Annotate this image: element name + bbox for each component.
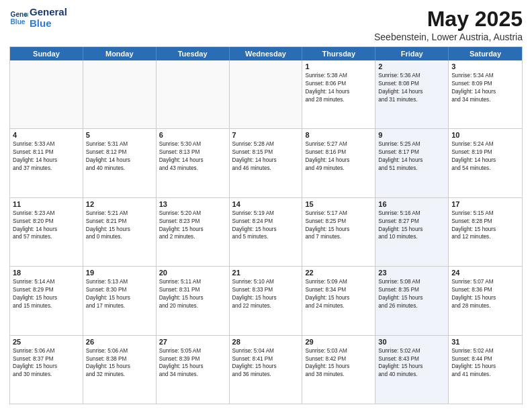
calendar-cell: 31Sunrise: 5:02 AM Sunset: 8:44 PM Dayli… bbox=[449, 336, 522, 404]
cell-info: Sunrise: 5:04 AM Sunset: 8:41 PM Dayligh… bbox=[232, 347, 300, 379]
day-number: 7 bbox=[232, 131, 300, 139]
calendar-cell: 27Sunrise: 5:05 AM Sunset: 8:39 PM Dayli… bbox=[157, 336, 230, 404]
cell-info: Sunrise: 5:10 AM Sunset: 8:33 PM Dayligh… bbox=[232, 278, 300, 310]
day-number: 2 bbox=[378, 62, 445, 71]
day-number: 27 bbox=[159, 338, 226, 346]
calendar-cell bbox=[157, 60, 230, 128]
calendar-cell: 17Sunrise: 5:15 AM Sunset: 8:28 PM Dayli… bbox=[449, 198, 522, 266]
logo-line1: General bbox=[30, 7, 67, 18]
calendar-cell: 6Sunrise: 5:30 AM Sunset: 8:13 PM Daylig… bbox=[157, 129, 230, 197]
cell-info: Sunrise: 5:19 AM Sunset: 8:24 PM Dayligh… bbox=[232, 210, 300, 242]
cell-info: Sunrise: 5:28 AM Sunset: 8:15 PM Dayligh… bbox=[232, 140, 300, 173]
calendar-cell: 19Sunrise: 5:13 AM Sunset: 8:30 PM Dayli… bbox=[83, 267, 157, 334]
calendar-cell: 16Sunrise: 5:16 AM Sunset: 8:27 PM Dayli… bbox=[375, 198, 449, 266]
calendar-row: 11Sunrise: 5:23 AM Sunset: 8:20 PM Dayli… bbox=[10, 198, 522, 267]
page-title: May 2025 bbox=[374, 7, 523, 32]
day-number: 12 bbox=[86, 200, 153, 208]
cal-header-day: Saturday bbox=[449, 47, 522, 60]
calendar-cell bbox=[83, 60, 157, 128]
cell-info: Sunrise: 5:16 AM Sunset: 8:27 PM Dayligh… bbox=[378, 210, 445, 242]
title-block: May 2025 Seebenstein, Lower Austria, Aus… bbox=[374, 7, 523, 42]
day-number: 4 bbox=[13, 131, 80, 139]
calendar-cell: 29Sunrise: 5:03 AM Sunset: 8:42 PM Dayli… bbox=[302, 336, 375, 404]
cal-header-day: Thursday bbox=[302, 47, 375, 60]
calendar-cell: 3Sunrise: 5:34 AM Sunset: 8:09 PM Daylig… bbox=[449, 60, 522, 128]
calendar-cell: 4Sunrise: 5:33 AM Sunset: 8:11 PM Daylig… bbox=[10, 129, 83, 197]
day-number: 31 bbox=[451, 338, 519, 346]
calendar-cell: 5Sunrise: 5:31 AM Sunset: 8:12 PM Daylig… bbox=[83, 129, 157, 197]
calendar-cell: 22Sunrise: 5:09 AM Sunset: 8:34 PM Dayli… bbox=[302, 267, 375, 334]
cell-info: Sunrise: 5:02 AM Sunset: 8:43 PM Dayligh… bbox=[378, 347, 445, 379]
day-number: 5 bbox=[86, 131, 153, 139]
calendar-cell: 28Sunrise: 5:04 AM Sunset: 8:41 PM Dayli… bbox=[230, 336, 303, 404]
cell-info: Sunrise: 5:11 AM Sunset: 8:31 PM Dayligh… bbox=[159, 278, 226, 310]
calendar-cell: 18Sunrise: 5:14 AM Sunset: 8:29 PM Dayli… bbox=[10, 267, 83, 334]
logo-icon: General Blue bbox=[9, 9, 28, 28]
day-number: 20 bbox=[159, 269, 226, 277]
day-number: 6 bbox=[159, 131, 226, 139]
day-number: 16 bbox=[378, 200, 445, 208]
cell-info: Sunrise: 5:25 AM Sunset: 8:17 PM Dayligh… bbox=[378, 140, 445, 173]
day-number: 1 bbox=[305, 62, 372, 71]
cell-info: Sunrise: 5:31 AM Sunset: 8:12 PM Dayligh… bbox=[86, 140, 153, 173]
cell-info: Sunrise: 5:06 AM Sunset: 8:37 PM Dayligh… bbox=[13, 347, 80, 379]
day-number: 26 bbox=[86, 338, 153, 346]
cell-info: Sunrise: 5:36 AM Sunset: 8:08 PM Dayligh… bbox=[378, 72, 445, 104]
cell-info: Sunrise: 5:06 AM Sunset: 8:38 PM Dayligh… bbox=[86, 347, 153, 379]
calendar-cell: 13Sunrise: 5:20 AM Sunset: 8:23 PM Dayli… bbox=[157, 198, 230, 266]
cal-header-day: Wednesday bbox=[230, 47, 303, 60]
day-number: 17 bbox=[451, 200, 519, 208]
cell-info: Sunrise: 5:33 AM Sunset: 8:11 PM Dayligh… bbox=[13, 140, 80, 173]
cell-info: Sunrise: 5:15 AM Sunset: 8:28 PM Dayligh… bbox=[451, 210, 519, 242]
cell-info: Sunrise: 5:05 AM Sunset: 8:39 PM Dayligh… bbox=[159, 347, 226, 379]
calendar-cell: 10Sunrise: 5:24 AM Sunset: 8:19 PM Dayli… bbox=[449, 129, 522, 197]
cell-info: Sunrise: 5:21 AM Sunset: 8:21 PM Dayligh… bbox=[86, 210, 153, 242]
logo: General Blue General Blue bbox=[9, 7, 67, 29]
cell-info: Sunrise: 5:27 AM Sunset: 8:16 PM Dayligh… bbox=[305, 140, 372, 173]
page-subtitle: Seebenstein, Lower Austria, Austria bbox=[374, 32, 523, 42]
day-number: 23 bbox=[378, 269, 445, 277]
cell-info: Sunrise: 5:23 AM Sunset: 8:20 PM Dayligh… bbox=[13, 210, 80, 242]
day-number: 13 bbox=[159, 200, 226, 208]
cell-info: Sunrise: 5:30 AM Sunset: 8:13 PM Dayligh… bbox=[159, 140, 226, 173]
calendar-cell: 7Sunrise: 5:28 AM Sunset: 8:15 PM Daylig… bbox=[230, 129, 303, 197]
day-number: 19 bbox=[86, 269, 153, 277]
cell-info: Sunrise: 5:34 AM Sunset: 8:09 PM Dayligh… bbox=[451, 72, 519, 104]
day-number: 14 bbox=[232, 200, 300, 208]
cell-info: Sunrise: 5:17 AM Sunset: 8:25 PM Dayligh… bbox=[305, 210, 372, 242]
calendar-cell: 21Sunrise: 5:10 AM Sunset: 8:33 PM Dayli… bbox=[230, 267, 303, 334]
day-number: 10 bbox=[451, 131, 519, 139]
calendar-cell: 25Sunrise: 5:06 AM Sunset: 8:37 PM Dayli… bbox=[10, 336, 83, 404]
day-number: 21 bbox=[232, 269, 300, 277]
day-number: 30 bbox=[378, 338, 445, 346]
calendar-header: SundayMondayTuesdayWednesdayThursdayFrid… bbox=[10, 47, 522, 60]
day-number: 22 bbox=[305, 269, 372, 277]
calendar-cell: 30Sunrise: 5:02 AM Sunset: 8:43 PM Dayli… bbox=[375, 336, 449, 404]
calendar-row: 4Sunrise: 5:33 AM Sunset: 8:11 PM Daylig… bbox=[10, 129, 522, 197]
page: General Blue General Blue May 2025 Seebe… bbox=[0, 0, 532, 411]
day-number: 15 bbox=[305, 200, 372, 208]
calendar-cell bbox=[230, 60, 303, 128]
calendar-cell: 24Sunrise: 5:07 AM Sunset: 8:36 PM Dayli… bbox=[449, 267, 522, 334]
calendar-row: 1Sunrise: 5:38 AM Sunset: 8:06 PM Daylig… bbox=[10, 60, 522, 129]
cell-info: Sunrise: 5:08 AM Sunset: 8:35 PM Dayligh… bbox=[378, 278, 445, 310]
calendar-cell: 9Sunrise: 5:25 AM Sunset: 8:17 PM Daylig… bbox=[375, 129, 449, 197]
day-number: 9 bbox=[378, 131, 445, 139]
day-number: 24 bbox=[451, 269, 519, 277]
day-number: 11 bbox=[13, 200, 80, 208]
cell-info: Sunrise: 5:13 AM Sunset: 8:30 PM Dayligh… bbox=[86, 278, 153, 310]
calendar-cell bbox=[10, 60, 83, 128]
calendar-cell: 20Sunrise: 5:11 AM Sunset: 8:31 PM Dayli… bbox=[157, 267, 230, 334]
cell-info: Sunrise: 5:09 AM Sunset: 8:34 PM Dayligh… bbox=[305, 278, 372, 310]
cell-info: Sunrise: 5:07 AM Sunset: 8:36 PM Dayligh… bbox=[451, 278, 519, 310]
calendar-cell: 15Sunrise: 5:17 AM Sunset: 8:25 PM Dayli… bbox=[302, 198, 375, 266]
day-number: 18 bbox=[13, 269, 80, 277]
cell-info: Sunrise: 5:14 AM Sunset: 8:29 PM Dayligh… bbox=[13, 278, 80, 310]
cell-info: Sunrise: 5:38 AM Sunset: 8:06 PM Dayligh… bbox=[305, 72, 372, 104]
cell-info: Sunrise: 5:24 AM Sunset: 8:19 PM Dayligh… bbox=[451, 140, 519, 173]
day-number: 3 bbox=[451, 62, 519, 71]
calendar-cell: 1Sunrise: 5:38 AM Sunset: 8:06 PM Daylig… bbox=[302, 60, 375, 128]
cal-header-day: Sunday bbox=[10, 47, 83, 60]
calendar: SundayMondayTuesdayWednesdayThursdayFrid… bbox=[9, 46, 523, 404]
calendar-cell: 23Sunrise: 5:08 AM Sunset: 8:35 PM Dayli… bbox=[375, 267, 449, 334]
